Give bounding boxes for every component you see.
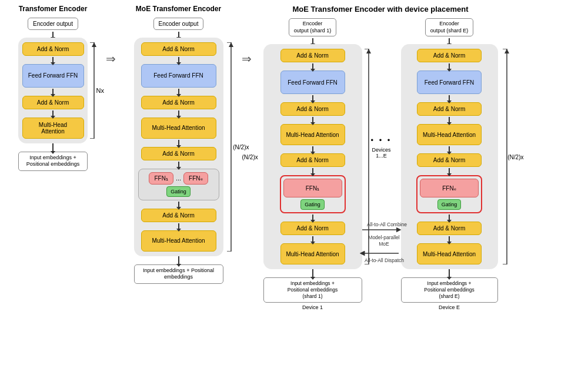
s1-ffn: Feed Forward FFN <box>22 64 84 88</box>
s2-dots: ... <box>176 175 181 182</box>
s3-d1-add-norm-top: Add & Norm <box>280 49 345 62</box>
svg-text:MoE: MoE <box>379 241 389 247</box>
s1-encoder-box: Add & Norm Feed Forward FFN Add & Norm M… <box>18 38 88 143</box>
s1-add-norm-mid: Add & Norm <box>22 96 84 109</box>
s2-ffne: FFNₑ <box>183 172 208 185</box>
s3-d1-enc-box: Add & Norm Feed Forward FFN Add & Norm M… <box>263 44 362 269</box>
arrow-2: ⇒ <box>236 52 257 66</box>
s2-moe-row: FFN₁ ... FFNₑ <box>149 172 208 185</box>
s3-d1-va7 <box>312 236 313 242</box>
s3-d1-feedback <box>365 49 373 264</box>
s1-arrow-2 <box>52 57 54 63</box>
arrow-1: ⇒ <box>100 52 121 66</box>
s2-gating: Gating <box>166 186 191 197</box>
s1-arrow-3 <box>52 89 54 95</box>
s3-d1-add-norm-moe: Add & Norm <box>280 153 345 167</box>
s2-add-norm-top: Add & Norm <box>141 42 216 56</box>
s3-d1-add-norm-mid: Add & Norm <box>280 102 345 116</box>
s3-dE-va1 <box>449 63 450 69</box>
s3-deviceE: Encoder output (shard E) Add & Norm Feed… <box>401 18 498 311</box>
s2-arrow-bot <box>178 256 179 264</box>
s2-attention-bot: Multi-Head Attention <box>141 230 216 252</box>
s2-va6 <box>178 202 179 207</box>
s3-d1-attention-bot: Multi-Head Attention <box>280 243 345 264</box>
s3-d1-ffn1: FFN₁ <box>283 179 342 197</box>
s2-add-norm-mid: Add & Norm <box>141 96 216 109</box>
svg-marker-5 <box>229 42 233 47</box>
dots-between: • • • <box>371 136 392 145</box>
s3-dE-device-label: Device E <box>439 304 460 310</box>
s2-repeat-label: (N/2)x <box>233 143 249 150</box>
s3-d1-va2 <box>312 95 313 101</box>
section-moe-encoder: MoE Transfomer Encoder Encoder output Ad… <box>121 5 236 284</box>
s3-d1-device-label: Device 1 <box>302 304 323 310</box>
s3-d1-gating: Gating <box>300 199 325 210</box>
s3-d1-va1 <box>312 63 313 69</box>
svg-marker-9 <box>366 49 371 53</box>
s3-d1-va4 <box>312 146 313 152</box>
s3-dE-attention-bot: Multi-Head Attention <box>417 243 482 264</box>
s2-ffn: Feed Forward FFN <box>141 64 216 88</box>
s3-dE-red-border: FFNₑ Gating <box>416 175 482 213</box>
s3-dE-va4 <box>449 146 450 152</box>
svg-marker-13 <box>505 49 509 53</box>
s3-d1-va0 <box>312 38 313 44</box>
s3-dE-enc-output: Encoder output (shard E) <box>425 18 474 36</box>
s1-arrow-5 <box>52 143 54 152</box>
s3-d1-va6 <box>312 215 313 220</box>
annotation-model-parallel: Model-parallel <box>368 234 399 240</box>
s2-va5 <box>178 162 179 167</box>
s3-dE-va3 <box>449 117 450 123</box>
s2-va7 <box>178 223 179 229</box>
s2-encoder-box: Add & Norm Feed Forward FFN Add & Norm M… <box>134 38 223 256</box>
s2-va4 <box>178 140 179 146</box>
s2-va3 <box>178 110 179 116</box>
main-layout: Transfomer Encoder Encoder output Add & … <box>0 0 588 382</box>
s3-dE-gating: Gating <box>437 199 462 210</box>
s3-devices-row: Encoder output (shard 1) Add & Norm Feed… <box>263 18 498 311</box>
s1-attention: Multi-Head Attention <box>22 118 84 139</box>
s3-dE-enc-box: Add & Norm Feed Forward FFN Add & Norm M… <box>401 44 498 269</box>
s3-dE-add-norm-top: Add & Norm <box>417 49 482 62</box>
s3-d1-va-bot <box>312 269 313 277</box>
s3-dE-add-norm-mid: Add & Norm <box>417 102 482 116</box>
s2-input: Input embeddings + Positional embeddings <box>134 264 223 284</box>
s3-dE-feedback <box>503 49 511 264</box>
s3-d1-enc-output: Encoder output (shard 1) <box>289 18 337 36</box>
section-moe-device: MoE Transfomer Encoder with device place… <box>257 5 504 310</box>
s3-dE-va2 <box>449 95 450 101</box>
s3-dE-attention-top: Multi-Head Attention <box>417 124 482 145</box>
s2-moe-block: FFN₁ ... FFNₑ Gating <box>138 169 219 200</box>
s3-dE-va6 <box>449 215 450 220</box>
svg-marker-1 <box>92 42 96 47</box>
s3-dE-ffn: Feed Forward FFN <box>417 71 482 94</box>
s1-encoder-output: Encoder output <box>28 18 78 30</box>
s3-dE-ffne: FFNₑ <box>420 179 479 197</box>
s1-input: Input embeddings + Positional embeddings <box>18 152 88 171</box>
section-transformer-encoder: Transfomer Encoder Encoder output Add & … <box>6 5 100 171</box>
s2-attention-top: Multi-Head Attention <box>141 118 216 139</box>
s3-d1-attention-top: Multi-Head Attention <box>280 124 345 145</box>
s2-va1 <box>178 57 179 63</box>
s3-dE-input: Input embeddings + Positional embeddings… <box>401 277 498 303</box>
s2-va2 <box>178 89 179 95</box>
s3-dE-va-bot <box>449 269 450 277</box>
s2-add-norm-bot: Add & Norm <box>141 209 216 222</box>
s3-d1-input: Input embeddings + Positional embeddings… <box>263 277 362 303</box>
s3-d1-red-border: FFN₁ Gating <box>280 175 346 213</box>
s3-device1: Encoder output (shard 1) Add & Norm Feed… <box>263 18 362 311</box>
s1-feedback-arrow <box>90 42 98 139</box>
s2-feedback-arrow <box>227 42 235 252</box>
s1-add-norm-top: Add & Norm <box>22 42 84 56</box>
s2-add-norm-low: Add & Norm <box>141 147 216 160</box>
s2-encoder-output: Encoder output <box>153 18 204 30</box>
s3-d1-va5 <box>312 168 313 174</box>
devices-label: Devices 1...E <box>372 147 390 159</box>
s2-ffn1: FFN₁ <box>149 172 173 185</box>
s3-dE-va7 <box>449 236 450 242</box>
s2-title: MoE Transfomer Encoder <box>136 5 221 14</box>
s1-title: Transfomer Encoder <box>19 5 88 14</box>
s3-dE-add-norm-moe: Add & Norm <box>417 153 482 167</box>
s3-d1-ffn: Feed Forward FFN <box>280 71 345 94</box>
arrow-1-icon: ⇒ <box>106 52 116 66</box>
